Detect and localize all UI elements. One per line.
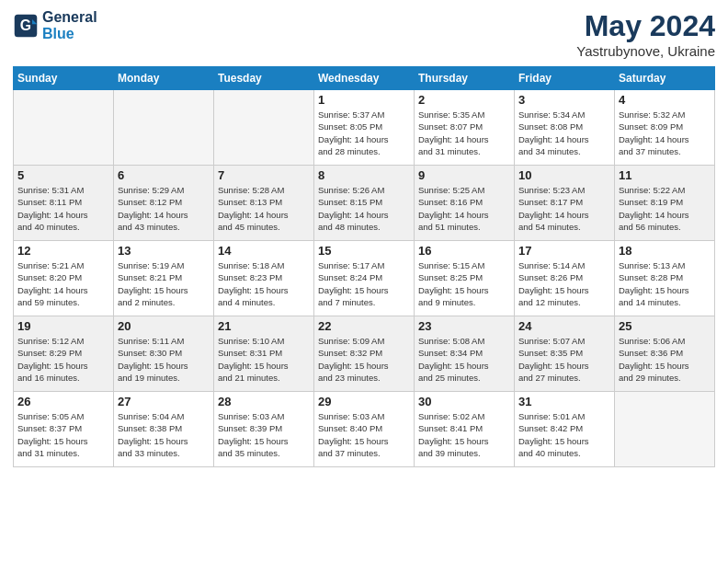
day-info: Sunrise: 5:29 AM Sunset: 8:12 PM Dayligh… [118, 184, 210, 233]
day-number: 18 [619, 244, 711, 258]
calendar-cell [114, 90, 214, 166]
calendar-cell: 10Sunrise: 5:23 AM Sunset: 8:17 PM Dayli… [515, 166, 615, 241]
day-number: 3 [518, 93, 610, 107]
weekday-header: Tuesday [214, 67, 314, 90]
calendar-cell: 8Sunrise: 5:26 AM Sunset: 8:15 PM Daylig… [314, 166, 415, 241]
day-number: 31 [518, 395, 610, 408]
day-number: 13 [118, 244, 210, 258]
day-number: 20 [118, 319, 210, 333]
day-info: Sunrise: 5:02 AM Sunset: 8:41 PM Dayligh… [418, 410, 510, 459]
day-number: 25 [619, 319, 711, 333]
calendar-cell: 25Sunrise: 5:06 AM Sunset: 8:36 PM Dayli… [615, 316, 715, 392]
calendar-cell: 16Sunrise: 5:15 AM Sunset: 8:25 PM Dayli… [415, 241, 515, 316]
calendar-cell [14, 90, 114, 166]
calendar-cell: 21Sunrise: 5:10 AM Sunset: 8:31 PM Dayli… [214, 316, 314, 392]
day-info: Sunrise: 5:21 AM Sunset: 8:20 PM Dayligh… [17, 259, 109, 308]
day-number: 28 [218, 395, 310, 408]
location: Yastrubynove, Ukraine [576, 43, 715, 59]
day-info: Sunrise: 5:22 AM Sunset: 8:19 PM Dayligh… [619, 184, 711, 233]
calendar-cell: 22Sunrise: 5:09 AM Sunset: 8:32 PM Dayli… [314, 316, 415, 392]
day-info: Sunrise: 5:18 AM Sunset: 8:23 PM Dayligh… [218, 259, 310, 308]
day-info: Sunrise: 5:28 AM Sunset: 8:13 PM Dayligh… [218, 184, 310, 233]
day-number: 7 [218, 168, 310, 182]
day-number: 12 [17, 244, 109, 258]
calendar-cell [615, 392, 715, 467]
day-info: Sunrise: 5:26 AM Sunset: 8:15 PM Dayligh… [318, 184, 410, 233]
calendar-cell: 28Sunrise: 5:03 AM Sunset: 8:39 PM Dayli… [214, 392, 314, 467]
calendar-cell: 23Sunrise: 5:08 AM Sunset: 8:34 PM Dayli… [415, 316, 515, 392]
calendar-row: 26Sunrise: 5:05 AM Sunset: 8:37 PM Dayli… [14, 392, 715, 467]
day-number: 22 [318, 319, 410, 333]
logo: G General Blue [13, 9, 97, 42]
day-info: Sunrise: 5:12 AM Sunset: 8:29 PM Dayligh… [17, 335, 109, 384]
calendar-cell: 7Sunrise: 5:28 AM Sunset: 8:13 PM Daylig… [214, 166, 314, 241]
day-info: Sunrise: 5:35 AM Sunset: 8:07 PM Dayligh… [418, 109, 510, 157]
calendar-cell: 15Sunrise: 5:17 AM Sunset: 8:24 PM Dayli… [314, 241, 415, 316]
day-number: 19 [17, 319, 109, 333]
day-info: Sunrise: 5:05 AM Sunset: 8:37 PM Dayligh… [17, 410, 109, 459]
title-block: May 2024 Yastrubynove, Ukraine [576, 9, 715, 59]
day-info: Sunrise: 5:04 AM Sunset: 8:38 PM Dayligh… [118, 410, 210, 459]
day-info: Sunrise: 5:13 AM Sunset: 8:28 PM Dayligh… [619, 259, 711, 308]
calendar-table: SundayMondayTuesdayWednesdayThursdayFrid… [13, 66, 715, 467]
day-number: 6 [118, 168, 210, 182]
day-number: 15 [318, 244, 410, 258]
day-number: 8 [318, 168, 410, 182]
calendar-cell [214, 90, 314, 166]
calendar-cell: 17Sunrise: 5:14 AM Sunset: 8:26 PM Dayli… [515, 241, 615, 316]
calendar-row: 5Sunrise: 5:31 AM Sunset: 8:11 PM Daylig… [14, 166, 715, 241]
day-number: 21 [218, 319, 310, 333]
day-number: 4 [619, 93, 711, 107]
calendar-cell: 4Sunrise: 5:32 AM Sunset: 8:09 PM Daylig… [615, 90, 715, 166]
day-info: Sunrise: 5:23 AM Sunset: 8:17 PM Dayligh… [518, 184, 610, 233]
day-info: Sunrise: 5:14 AM Sunset: 8:26 PM Dayligh… [518, 259, 610, 308]
calendar-cell: 9Sunrise: 5:25 AM Sunset: 8:16 PM Daylig… [415, 166, 515, 241]
day-number: 23 [418, 319, 510, 333]
calendar-cell: 31Sunrise: 5:01 AM Sunset: 8:42 PM Dayli… [515, 392, 615, 467]
calendar-cell: 3Sunrise: 5:34 AM Sunset: 8:08 PM Daylig… [515, 90, 615, 166]
calendar-cell: 18Sunrise: 5:13 AM Sunset: 8:28 PM Dayli… [615, 241, 715, 316]
day-number: 10 [518, 168, 610, 182]
calendar-cell: 6Sunrise: 5:29 AM Sunset: 8:12 PM Daylig… [114, 166, 214, 241]
calendar-cell: 1Sunrise: 5:37 AM Sunset: 8:05 PM Daylig… [314, 90, 415, 166]
calendar-cell: 13Sunrise: 5:19 AM Sunset: 8:21 PM Dayli… [114, 241, 214, 316]
calendar-cell: 30Sunrise: 5:02 AM Sunset: 8:41 PM Dayli… [415, 392, 515, 467]
month-title: May 2024 [576, 9, 715, 43]
header-row: SundayMondayTuesdayWednesdayThursdayFrid… [14, 67, 715, 90]
day-info: Sunrise: 5:03 AM Sunset: 8:39 PM Dayligh… [218, 410, 310, 459]
day-info: Sunrise: 5:08 AM Sunset: 8:34 PM Dayligh… [418, 335, 510, 384]
calendar-row: 12Sunrise: 5:21 AM Sunset: 8:20 PM Dayli… [14, 241, 715, 316]
day-info: Sunrise: 5:34 AM Sunset: 8:08 PM Dayligh… [518, 109, 610, 157]
day-info: Sunrise: 5:32 AM Sunset: 8:09 PM Dayligh… [619, 109, 711, 157]
day-number: 11 [619, 168, 711, 182]
calendar-cell: 26Sunrise: 5:05 AM Sunset: 8:37 PM Dayli… [14, 392, 114, 467]
day-info: Sunrise: 5:15 AM Sunset: 8:25 PM Dayligh… [418, 259, 510, 308]
weekday-header: Friday [515, 67, 615, 90]
calendar-cell: 24Sunrise: 5:07 AM Sunset: 8:35 PM Dayli… [515, 316, 615, 392]
day-number: 1 [318, 93, 410, 107]
calendar-cell: 11Sunrise: 5:22 AM Sunset: 8:19 PM Dayli… [615, 166, 715, 241]
day-info: Sunrise: 5:31 AM Sunset: 8:11 PM Dayligh… [17, 184, 109, 233]
weekday-header: Wednesday [314, 67, 415, 90]
day-info: Sunrise: 5:06 AM Sunset: 8:36 PM Dayligh… [619, 335, 711, 384]
calendar-cell: 5Sunrise: 5:31 AM Sunset: 8:11 PM Daylig… [14, 166, 114, 241]
calendar-cell: 12Sunrise: 5:21 AM Sunset: 8:20 PM Dayli… [14, 241, 114, 316]
day-info: Sunrise: 5:19 AM Sunset: 8:21 PM Dayligh… [118, 259, 210, 308]
day-info: Sunrise: 5:25 AM Sunset: 8:16 PM Dayligh… [418, 184, 510, 233]
logo-text: General Blue [42, 9, 97, 42]
header: G General Blue May 2024 Yastrubynove, Uk… [13, 9, 715, 59]
calendar-cell: 19Sunrise: 5:12 AM Sunset: 8:29 PM Dayli… [14, 316, 114, 392]
weekday-header: Sunday [14, 67, 114, 90]
day-number: 27 [118, 395, 210, 408]
day-number: 30 [418, 395, 510, 408]
day-number: 26 [17, 395, 109, 408]
weekday-header: Thursday [415, 67, 515, 90]
day-info: Sunrise: 5:37 AM Sunset: 8:05 PM Dayligh… [318, 109, 410, 157]
day-number: 24 [518, 319, 610, 333]
day-number: 17 [518, 244, 610, 258]
calendar-cell: 2Sunrise: 5:35 AM Sunset: 8:07 PM Daylig… [415, 90, 515, 166]
day-info: Sunrise: 5:11 AM Sunset: 8:30 PM Dayligh… [118, 335, 210, 384]
calendar-row: 19Sunrise: 5:12 AM Sunset: 8:29 PM Dayli… [14, 316, 715, 392]
day-number: 14 [218, 244, 310, 258]
weekday-header: Saturday [615, 67, 715, 90]
